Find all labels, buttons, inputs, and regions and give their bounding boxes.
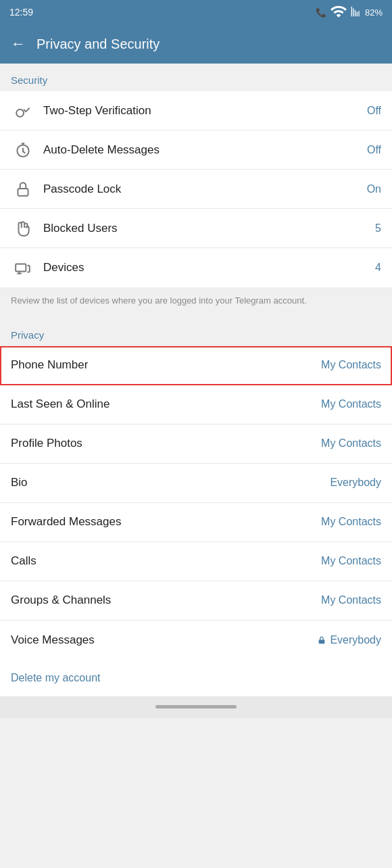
settings-item-forwarded-messages[interactable]: Forwarded Messages My Contacts xyxy=(0,503,392,542)
voice-messages-value: Everybody xyxy=(317,634,381,646)
svg-point-0 xyxy=(16,109,24,116)
groups-channels-label: Groups & Channels xyxy=(11,594,321,607)
svg-rect-3 xyxy=(16,264,26,272)
settings-item-devices[interactable]: Devices 4 xyxy=(0,248,392,287)
settings-item-phone-number[interactable]: Phone Number My Contacts xyxy=(0,346,392,385)
phone-number-label: Phone Number xyxy=(11,358,321,372)
section-label-security: Security xyxy=(0,64,392,91)
settings-item-auto-delete[interactable]: Auto-Delete Messages Off xyxy=(0,130,392,170)
key-icon xyxy=(11,102,35,120)
two-step-value: Off xyxy=(367,105,381,117)
delete-account-section: Delete my account xyxy=(0,660,392,696)
settings-item-groups-channels[interactable]: Groups & Channels My Contacts xyxy=(0,581,392,621)
voice-messages-label: Voice Messages xyxy=(11,633,317,647)
bottom-bar xyxy=(0,696,392,718)
status-icons: 📞 82% xyxy=(316,3,383,22)
security-settings-list: Two-Step Verification Off Auto-Delete Me… xyxy=(0,91,392,287)
section-label-privacy: Privacy xyxy=(0,318,392,346)
wifi-icon xyxy=(330,3,347,22)
settings-item-last-seen[interactable]: Last Seen & Online My Contacts xyxy=(0,385,392,425)
last-seen-value: My Contacts xyxy=(321,398,381,410)
app-header: ← Privacy and Security xyxy=(0,24,392,64)
settings-item-two-step[interactable]: Two-Step Verification Off xyxy=(0,91,392,130)
last-seen-label: Last Seen & Online xyxy=(11,397,321,411)
settings-item-bio[interactable]: Bio Everybody xyxy=(0,464,392,503)
bottom-pill xyxy=(155,705,237,708)
delete-account-button[interactable]: Delete my account xyxy=(11,672,101,683)
profile-photos-label: Profile Photos xyxy=(11,437,321,450)
phone-number-value: My Contacts xyxy=(321,359,381,371)
calls-value: My Contacts xyxy=(321,555,381,567)
settings-item-calls[interactable]: Calls My Contacts xyxy=(0,542,392,581)
settings-item-profile-photos[interactable]: Profile Photos My Contacts xyxy=(0,425,392,464)
battery-text: 82% xyxy=(365,7,383,18)
privacy-settings-list: Phone Number My Contacts Last Seen & Onl… xyxy=(0,346,392,660)
hand-icon xyxy=(11,220,35,237)
lock-icon xyxy=(11,180,35,198)
blocked-users-value: 5 xyxy=(375,222,381,235)
settings-item-passcode-lock[interactable]: Passcode Lock On xyxy=(0,170,392,209)
call-icon: 📞 xyxy=(316,7,326,18)
svg-rect-2 xyxy=(18,188,28,195)
forwarded-messages-label: Forwarded Messages xyxy=(11,515,321,529)
passcode-lock-label: Passcode Lock xyxy=(43,183,367,196)
status-time: 12:59 xyxy=(9,7,33,18)
calls-label: Calls xyxy=(11,554,321,568)
two-step-label: Two-Step Verification xyxy=(43,104,367,118)
lock-small-icon xyxy=(317,635,326,645)
auto-delete-value: Off xyxy=(367,144,381,156)
passcode-lock-value: On xyxy=(367,183,381,195)
devices-value: 4 xyxy=(375,262,381,274)
page-title: Privacy and Security xyxy=(36,37,160,52)
devices-footer-note: Review the list of devices where you are… xyxy=(0,287,392,318)
status-bar: 12:59 📞 82% xyxy=(0,0,392,24)
svg-rect-6 xyxy=(319,640,325,644)
groups-channels-value: My Contacts xyxy=(321,594,381,606)
blocked-users-label: Blocked Users xyxy=(43,222,375,235)
settings-item-voice-messages[interactable]: Voice Messages Everybody xyxy=(0,621,392,660)
back-button[interactable]: ← xyxy=(11,35,26,53)
timer-icon xyxy=(11,141,35,159)
signal-icon xyxy=(351,6,362,19)
devices-icon xyxy=(11,259,35,276)
auto-delete-label: Auto-Delete Messages xyxy=(43,143,367,157)
bio-value: Everybody xyxy=(330,477,381,489)
devices-label: Devices xyxy=(43,261,375,274)
forwarded-messages-value: My Contacts xyxy=(321,516,381,528)
settings-item-blocked-users[interactable]: Blocked Users 5 xyxy=(0,209,392,248)
profile-photos-value: My Contacts xyxy=(321,437,381,450)
bio-label: Bio xyxy=(11,476,330,489)
